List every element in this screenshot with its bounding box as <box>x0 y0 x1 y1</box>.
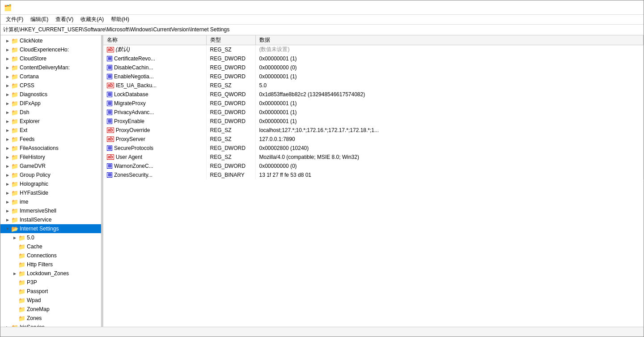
registry-table-body: ab(默认)REG_SZ(数值未设置)⊞CertificateRevo...RE… <box>103 45 644 179</box>
expand-is_httpfilters[interactable] <box>11 260 18 269</box>
tree-item-internetsettings[interactable]: 📂Internet Settings <box>0 224 101 233</box>
tree-item-feeds[interactable]: 📁Feeds <box>0 135 101 144</box>
expand-fileassociations[interactable] <box>4 144 11 153</box>
tree-item-is_wpad[interactable]: 📁Wpad <box>0 296 101 305</box>
expand-hyfastside[interactable] <box>4 188 11 197</box>
reg-data-cell: 127.0.0.1:7890 <box>255 135 644 144</box>
folder-icon-is_zones: 📁 <box>18 315 25 322</box>
expand-ime[interactable] <box>4 197 11 206</box>
table-row[interactable]: ab(默认)REG_SZ(数值未设置) <box>103 45 644 54</box>
table-row[interactable]: ⊞ProxyEnableREG_DWORD0x00000001 (1) <box>103 117 644 126</box>
tree-item-is_cache[interactable]: 📁Cache <box>0 242 101 251</box>
tree-item-difxapp[interactable]: 📁DIFxApp <box>0 99 101 108</box>
menu-item-编辑(E)[interactable]: 编辑(E) <box>27 15 52 24</box>
expand-installservice[interactable] <box>4 215 11 224</box>
expand-is_cache[interactable] <box>11 242 18 251</box>
table-row[interactable]: ⊞DisableCachin...REG_DWORD0x00000000 (0) <box>103 63 644 72</box>
menu-item-帮助(H)[interactable]: 帮助(H) <box>107 15 133 24</box>
expand-is_wpad[interactable] <box>11 296 18 305</box>
expand-is_zones[interactable] <box>11 314 18 323</box>
tree-item-hyfastside[interactable]: 📁HYFastSide <box>0 188 101 197</box>
expand-clicknote[interactable] <box>4 36 11 45</box>
expand-is_zonemap[interactable] <box>11 305 18 314</box>
tree-item-is_zonemap[interactable]: 📁ZoneMap <box>0 305 101 314</box>
col-data: 数据 <box>255 35 644 45</box>
expand-is_connections[interactable] <box>11 251 18 260</box>
tree-item-diagnostics[interactable]: 📁Diagnostics <box>0 90 101 99</box>
expand-cpss[interactable] <box>4 81 11 90</box>
expand-ext[interactable] <box>4 126 11 135</box>
minimize-button[interactable] <box>578 0 599 15</box>
reg-data-cell: 0x1d853ffae8b82c2 (132948546617574082) <box>255 90 644 99</box>
expand-cloudexperienceho[interactable] <box>4 45 11 54</box>
tree-item-contentdeliveryman[interactable]: 📁ContentDeliveryMan: <box>0 63 101 72</box>
tree-item-is_p3p[interactable]: 📁P3P <box>0 278 101 287</box>
expand-grouppolicy[interactable] <box>4 171 11 179</box>
expand-is_passport[interactable] <box>11 287 18 296</box>
tree-item-filehistory[interactable]: 📁FileHistory <box>0 153 101 162</box>
tree-item-dsh[interactable]: 📁Dsh <box>0 108 101 117</box>
expand-diagnostics[interactable] <box>4 90 11 99</box>
expand-difxapp[interactable] <box>4 99 11 108</box>
expand-immersiveshell[interactable] <box>4 206 11 215</box>
close-button[interactable] <box>619 0 640 15</box>
tree-item-clicknote[interactable]: 📁ClickNote <box>0 36 101 45</box>
table-row[interactable]: abUser AgentREG_SZMozilla/4.0 (compatibl… <box>103 153 644 162</box>
reg-name: EnableNegotia... <box>114 73 154 80</box>
tree-item-explorer[interactable]: 📁Explorer <box>0 117 101 126</box>
tree-item-is_lockdownzones[interactable]: 📁Lockdown_Zones <box>0 269 101 278</box>
tree-label-filehistory: FileHistory <box>20 154 45 160</box>
expand-internetsettings[interactable] <box>4 224 11 233</box>
expand-is_50[interactable] <box>11 233 18 242</box>
tree-item-immersiveshell[interactable]: 📁ImmersiveShell <box>0 206 101 215</box>
reg-data-cell: (数值未设置) <box>255 45 644 54</box>
tree-item-cloudexperienceho[interactable]: 📁CloudExperienceHo: <box>0 45 101 54</box>
tree-item-is_passport[interactable]: 📁Passport <box>0 287 101 296</box>
table-row[interactable]: ⊞WarnonZoneC...REG_DWORD0x00000000 (0) <box>103 162 644 171</box>
tree-item-is_httpfilters[interactable]: 📁Http Filters <box>0 260 101 269</box>
tree-item-ext[interactable]: 📁Ext <box>0 126 101 135</box>
expand-filehistory[interactable] <box>4 153 11 162</box>
expand-cloudstore[interactable] <box>4 54 11 63</box>
tree-item-ime[interactable]: 📁ime <box>0 197 101 206</box>
table-row[interactable]: ⊞ZonesSecurity...REG_BINARY13 1f 27 ff f… <box>103 171 644 179</box>
expand-explorer[interactable] <box>4 117 11 126</box>
table-row[interactable]: ⊞LockDatabaseREG_QWORD0x1d853ffae8b82c2 … <box>103 90 644 99</box>
expand-dsh[interactable] <box>4 108 11 117</box>
menu-item-收藏夹(A)[interactable]: 收藏夹(A) <box>77 15 107 24</box>
registry-table: 名称 类型 数据 ab(默认)REG_SZ(数值未设置)⊞Certificate… <box>103 35 644 179</box>
tree-item-installservice[interactable]: 📁InstallService <box>0 215 101 224</box>
menu-item-查看(V)[interactable]: 查看(V) <box>52 15 77 24</box>
tree-item-is_zones[interactable]: 📁Zones <box>0 314 101 323</box>
expand-contentdeliveryman[interactable] <box>4 63 11 72</box>
expand-feeds[interactable] <box>4 135 11 144</box>
expand-is_lockdownzones[interactable] <box>11 269 18 278</box>
tree-item-gamedvr[interactable]: 📁GameDVR <box>0 162 101 171</box>
menu-item-文件(F)[interactable]: 文件(F) <box>2 15 27 24</box>
tree-item-irisservice[interactable]: 📁IrisService <box>0 323 101 327</box>
table-row[interactable]: ⊞EnableNegotia...REG_DWORD0x00000001 (1) <box>103 72 644 81</box>
expand-irisservice[interactable] <box>4 323 11 327</box>
tree-item-cpss[interactable]: 📁CPSS <box>0 81 101 90</box>
table-row[interactable]: abIE5_UA_Backu...REG_SZ5.0 <box>103 81 644 90</box>
table-row[interactable]: ⊞PrivacyAdvanc...REG_DWORD0x00000001 (1) <box>103 108 644 117</box>
expand-cortana[interactable] <box>4 72 11 81</box>
tree-item-cloudstore[interactable]: 📁CloudStore <box>0 54 101 63</box>
tree-item-grouppolicy[interactable]: 📁Group Policy <box>0 171 101 179</box>
expand-is_p3p[interactable] <box>11 278 18 287</box>
tree-item-is_connections[interactable]: 📁Connections <box>0 251 101 260</box>
reg-name: ProxyServer <box>116 136 145 142</box>
table-row[interactable]: ⊞SecureProtocolsREG_DWORD0x00002800 (102… <box>103 144 644 153</box>
expand-holographic[interactable] <box>4 179 11 188</box>
table-row[interactable]: ⊞CertificateRevo...REG_DWORD0x00000001 (… <box>103 54 644 63</box>
expand-gamedvr[interactable] <box>4 162 11 171</box>
table-row[interactable]: abProxyOverrideREG_SZlocalhost;127.*;10.… <box>103 126 644 135</box>
tree-item-fileassociations[interactable]: 📁FileAssociations <box>0 144 101 153</box>
tree-panel[interactable]: 📁ClickNote📁CloudExperienceHo:📁CloudStore… <box>0 35 102 327</box>
table-row[interactable]: ⊞MigrateProxyREG_DWORD0x00000001 (1) <box>103 99 644 108</box>
tree-item-is_50[interactable]: 📁5.0 <box>0 233 101 242</box>
tree-item-holographic[interactable]: 📁Holographic <box>0 179 101 188</box>
maximize-button[interactable] <box>599 0 619 15</box>
table-row[interactable]: abProxyServerREG_SZ127.0.0.1:7890 <box>103 135 644 144</box>
tree-item-cortana[interactable]: 📁Cortana <box>0 72 101 81</box>
